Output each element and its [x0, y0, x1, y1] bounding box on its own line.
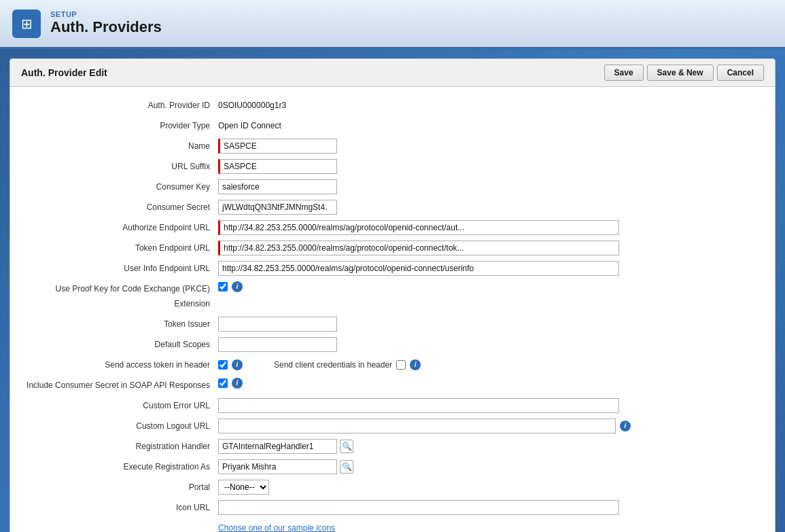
custom-logout-url-row: Custom Logout URL i [10, 416, 775, 436]
execute-registration-lookup: 🔍 [218, 459, 353, 474]
icon-url-label: Icon URL [21, 500, 218, 515]
consumer-secret-input[interactable] [218, 200, 337, 215]
registration-handler-wrap: 🔍 [218, 439, 764, 454]
token-issuer-input[interactable] [218, 317, 337, 332]
custom-error-url-row: Custom Error URL [10, 395, 775, 416]
consumer-key-value-wrap [218, 179, 764, 194]
icon-url-input[interactable] [218, 500, 619, 515]
save-button-top[interactable]: Save [604, 65, 644, 81]
send-client-credentials-checkbox[interactable] [396, 360, 406, 370]
name-label: Name [21, 139, 218, 154]
portal-label: Portal [21, 480, 218, 495]
include-consumer-secret-checkbox[interactable] [218, 378, 228, 388]
default-scopes-value-wrap [218, 337, 764, 352]
authorize-endpoint-input[interactable] [218, 220, 619, 235]
pkce-value-wrap: i [218, 281, 764, 292]
execute-registration-wrap: 🔍 [218, 459, 764, 474]
send-client-credentials-label: Send client credentials in header [274, 357, 392, 372]
token-endpoint-row: Token Endpoint URL [10, 238, 775, 258]
user-info-endpoint-input[interactable] [218, 261, 619, 276]
auth-provider-id-value: 0SOIU000000g1r3 [218, 98, 764, 113]
send-access-token-row: Send access token in header i Send clien… [10, 355, 775, 375]
registration-handler-lookup: 🔍 [218, 439, 353, 454]
custom-logout-url-wrap: i [218, 419, 764, 433]
header-buttons: Save Save & New Cancel [604, 65, 764, 81]
portal-select[interactable]: --None-- [218, 480, 269, 495]
send-access-token-label: Send access token in header [21, 357, 218, 372]
custom-error-url-input[interactable] [218, 398, 619, 413]
url-suffix-input[interactable] [218, 159, 337, 174]
token-issuer-row: Token Issuer [10, 314, 775, 334]
custom-logout-url-info-icon[interactable]: i [620, 421, 631, 431]
include-consumer-secret-label: Include Consumer Secret in SOAP API Resp… [21, 378, 218, 393]
url-suffix-value-wrap [218, 159, 764, 174]
send-access-token-wrap: i Send client credentials in header i [218, 357, 764, 372]
token-endpoint-label: Token Endpoint URL [21, 241, 218, 255]
include-consumer-secret-info-icon[interactable]: i [232, 378, 243, 389]
authorize-endpoint-value-wrap [218, 220, 764, 235]
include-consumer-secret-wrap: i [218, 378, 764, 389]
custom-error-url-label: Custom Error URL [21, 398, 218, 413]
app-title-block: SETUP Auth. Providers [50, 10, 162, 36]
consumer-key-row: Consumer Key [10, 177, 775, 197]
token-endpoint-input[interactable] [218, 241, 619, 255]
execute-registration-input[interactable] [218, 459, 337, 474]
token-issuer-value-wrap [218, 317, 764, 332]
default-scopes-label: Default Scopes [21, 337, 218, 352]
cancel-button-top[interactable]: Cancel [717, 65, 764, 81]
authorize-endpoint-row: Authorize Endpoint URL [10, 217, 775, 238]
pkce-checkbox[interactable] [218, 282, 228, 291]
custom-logout-url-label: Custom Logout URL [21, 419, 218, 433]
execute-registration-lookup-icon[interactable]: 🔍 [340, 460, 353, 474]
execute-registration-row: Execute Registration As 🔍 [10, 457, 775, 477]
send-access-token-info-icon[interactable]: i [232, 359, 243, 370]
sample-icons-link[interactable]: Choose one of our sample icons [218, 520, 335, 532]
icon-url-wrap: Choose one of our sample icons [218, 500, 764, 532]
name-input[interactable] [218, 139, 337, 154]
provider-type-value: Open ID Connect [218, 118, 764, 133]
provider-type-row: Provider Type Open ID Connect [10, 116, 775, 136]
consumer-key-label: Consumer Key [21, 179, 218, 194]
pkce-row: Use Proof Key for Code Exchange (PKCE) E… [10, 279, 775, 314]
custom-logout-url-input[interactable] [218, 419, 616, 433]
pkce-label: Use Proof Key for Code Exchange (PKCE) E… [21, 281, 218, 311]
registration-handler-label: Registration Handler [21, 439, 218, 454]
app-icon: ⊞ [12, 10, 41, 38]
form-body: Auth. Provider ID 0SOIU000000g1r3 Provid… [10, 87, 775, 532]
consumer-key-input[interactable] [218, 179, 337, 194]
pkce-info-icon[interactable]: i [232, 281, 243, 292]
icon-url-row: Icon URL Choose one of our sample icons [10, 497, 775, 532]
registration-handler-row: Registration Handler 🔍 [10, 436, 775, 457]
execute-registration-label: Execute Registration As [21, 459, 218, 474]
auth-provider-id-label: Auth. Provider ID [21, 98, 218, 113]
user-info-endpoint-value-wrap [218, 261, 764, 276]
registration-handler-input[interactable] [218, 439, 337, 454]
include-consumer-secret-row: Include Consumer Secret in SOAP API Resp… [10, 375, 775, 395]
token-endpoint-value-wrap [218, 241, 764, 255]
setup-label: SETUP [50, 10, 162, 18]
url-suffix-label: URL Suffix [21, 159, 218, 174]
user-info-endpoint-row: User Info Endpoint URL [10, 258, 775, 279]
default-scopes-input[interactable] [218, 337, 337, 352]
authorize-endpoint-label: Authorize Endpoint URL [21, 220, 218, 235]
send-access-token-checkbox[interactable] [218, 360, 228, 370]
page-title: Auth. Providers [50, 18, 162, 36]
portal-value-wrap: --None-- [218, 480, 764, 495]
consumer-secret-value-wrap [218, 200, 764, 215]
page-body: Auth. Provider Edit Save Save & New Canc… [0, 49, 785, 532]
user-info-endpoint-label: User Info Endpoint URL [21, 261, 218, 276]
name-value-wrap [218, 139, 764, 154]
save-new-button-top[interactable]: Save & New [647, 65, 714, 81]
form-title: Auth. Provider Edit [21, 67, 107, 78]
app-header: ⊞ SETUP Auth. Providers [0, 0, 785, 49]
portal-row: Portal --None-- [10, 477, 775, 497]
url-suffix-row: URL Suffix [10, 156, 775, 177]
consumer-secret-label: Consumer Secret [21, 200, 218, 215]
registration-handler-lookup-icon[interactable]: 🔍 [340, 440, 353, 453]
custom-error-url-wrap [218, 398, 764, 413]
auth-provider-id-row: Auth. Provider ID 0SOIU000000g1r3 [10, 95, 775, 116]
consumer-secret-row: Consumer Secret [10, 197, 775, 217]
send-client-credentials-section: Send client credentials in header i [274, 357, 421, 372]
send-client-credentials-info-icon[interactable]: i [410, 359, 421, 370]
token-issuer-label: Token Issuer [21, 317, 218, 332]
